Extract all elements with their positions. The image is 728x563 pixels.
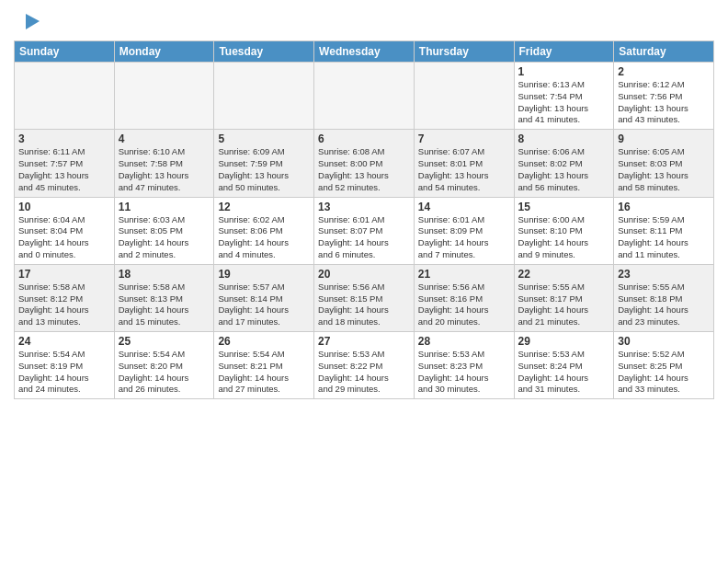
day-number: 11	[119, 201, 210, 213]
calendar-cell: 13Sunrise: 6:01 AM Sunset: 8:07 PM Dayli…	[314, 197, 415, 264]
calendar-cell: 29Sunrise: 5:53 AM Sunset: 8:24 PM Dayli…	[514, 332, 614, 399]
calendar-header-sunday: Sunday	[15, 41, 115, 63]
calendar-cell: 28Sunrise: 5:53 AM Sunset: 8:23 PM Dayli…	[414, 332, 514, 399]
calendar-header-thursday: Thursday	[414, 41, 514, 63]
calendar-cell: 16Sunrise: 5:59 AM Sunset: 8:11 PM Dayli…	[614, 197, 714, 264]
day-info: Sunrise: 6:01 AM Sunset: 8:07 PM Dayligh…	[318, 214, 410, 261]
logo-text	[14, 9, 44, 37]
page-container: SundayMondayTuesdayWednesdayThursdayFrid…	[0, 0, 728, 408]
calendar-cell: 7Sunrise: 6:07 AM Sunset: 8:01 PM Daylig…	[414, 130, 514, 197]
day-number: 21	[418, 268, 510, 281]
day-info: Sunrise: 5:58 AM Sunset: 8:13 PM Dayligh…	[119, 282, 210, 328]
calendar-cell: 20Sunrise: 5:56 AM Sunset: 8:15 PM Dayli…	[314, 264, 415, 331]
day-info: Sunrise: 6:00 AM Sunset: 8:10 PM Dayligh…	[518, 214, 610, 261]
day-info: Sunrise: 5:52 AM Sunset: 8:25 PM Dayligh…	[618, 349, 710, 396]
calendar-cell: 24Sunrise: 5:54 AM Sunset: 8:19 PM Dayli…	[15, 332, 115, 399]
day-number: 9	[618, 132, 710, 145]
calendar-cell	[414, 63, 514, 130]
calendar-week-3: 10Sunrise: 6:04 AM Sunset: 8:04 PM Dayli…	[15, 197, 714, 264]
svg-marker-0	[26, 14, 40, 29]
calendar-week-4: 17Sunrise: 5:58 AM Sunset: 8:12 PM Dayli…	[15, 264, 714, 331]
calendar-cell: 15Sunrise: 6:00 AM Sunset: 8:10 PM Dayli…	[514, 197, 614, 264]
calendar-cell	[314, 63, 415, 130]
calendar-cell: 25Sunrise: 5:54 AM Sunset: 8:20 PM Dayli…	[114, 332, 214, 399]
calendar-cell: 10Sunrise: 6:04 AM Sunset: 8:04 PM Dayli…	[15, 197, 115, 264]
logo	[14, 9, 44, 37]
day-info: Sunrise: 5:54 AM Sunset: 8:20 PM Dayligh…	[119, 349, 210, 396]
day-info: Sunrise: 6:03 AM Sunset: 8:05 PM Dayligh…	[119, 214, 210, 261]
calendar-cell: 8Sunrise: 6:06 AM Sunset: 8:02 PM Daylig…	[514, 130, 614, 197]
calendar-header-saturday: Saturday	[614, 41, 714, 63]
calendar-cell: 9Sunrise: 6:05 AM Sunset: 8:03 PM Daylig…	[614, 130, 714, 197]
calendar-week-2: 3Sunrise: 6:11 AM Sunset: 7:57 PM Daylig…	[15, 130, 714, 197]
day-number: 26	[218, 335, 310, 348]
logo-icon	[17, 9, 44, 37]
calendar-cell: 11Sunrise: 6:03 AM Sunset: 8:05 PM Dayli…	[114, 197, 214, 264]
day-number: 17	[18, 268, 110, 281]
calendar-cell: 3Sunrise: 6:11 AM Sunset: 7:57 PM Daylig…	[15, 130, 115, 197]
day-number: 25	[119, 335, 210, 348]
calendar-week-5: 24Sunrise: 5:54 AM Sunset: 8:19 PM Dayli…	[15, 332, 714, 399]
day-info: Sunrise: 6:05 AM Sunset: 8:03 PM Dayligh…	[618, 146, 710, 193]
day-info: Sunrise: 5:53 AM Sunset: 8:23 PM Dayligh…	[418, 349, 510, 396]
calendar-cell: 21Sunrise: 5:56 AM Sunset: 8:16 PM Dayli…	[414, 264, 514, 331]
day-info: Sunrise: 6:08 AM Sunset: 8:00 PM Dayligh…	[318, 146, 410, 193]
day-number: 15	[518, 201, 610, 213]
day-number: 10	[18, 201, 110, 213]
calendar-week-1: 1Sunrise: 6:13 AM Sunset: 7:54 PM Daylig…	[15, 63, 714, 130]
day-info: Sunrise: 5:54 AM Sunset: 8:21 PM Dayligh…	[218, 349, 310, 396]
day-number: 4	[119, 132, 210, 145]
calendar-header-wednesday: Wednesday	[314, 41, 415, 63]
calendar-header-friday: Friday	[514, 41, 614, 63]
day-info: Sunrise: 5:53 AM Sunset: 8:22 PM Dayligh…	[318, 349, 410, 396]
calendar-cell	[114, 63, 214, 130]
calendar-header-monday: Monday	[114, 41, 214, 63]
day-info: Sunrise: 6:11 AM Sunset: 7:57 PM Dayligh…	[18, 146, 110, 193]
calendar-cell: 22Sunrise: 5:55 AM Sunset: 8:17 PM Dayli…	[514, 264, 614, 331]
calendar-cell: 6Sunrise: 6:08 AM Sunset: 8:00 PM Daylig…	[314, 130, 415, 197]
calendar-cell: 18Sunrise: 5:58 AM Sunset: 8:13 PM Dayli…	[114, 264, 214, 331]
day-number: 12	[218, 201, 310, 213]
calendar-cell: 5Sunrise: 6:09 AM Sunset: 7:59 PM Daylig…	[214, 130, 314, 197]
calendar-cell: 4Sunrise: 6:10 AM Sunset: 7:58 PM Daylig…	[114, 130, 214, 197]
day-number: 24	[18, 335, 110, 348]
day-info: Sunrise: 5:58 AM Sunset: 8:12 PM Dayligh…	[18, 282, 110, 328]
header	[14, 9, 714, 37]
calendar-cell: 27Sunrise: 5:53 AM Sunset: 8:22 PM Dayli…	[314, 332, 415, 399]
day-number: 13	[318, 201, 410, 213]
calendar-cell: 30Sunrise: 5:52 AM Sunset: 8:25 PM Dayli…	[614, 332, 714, 399]
day-number: 7	[418, 132, 510, 145]
day-number: 8	[518, 132, 610, 145]
day-info: Sunrise: 6:07 AM Sunset: 8:01 PM Dayligh…	[418, 146, 510, 193]
day-number: 22	[518, 268, 610, 281]
day-info: Sunrise: 6:04 AM Sunset: 8:04 PM Dayligh…	[18, 214, 110, 261]
day-info: Sunrise: 5:56 AM Sunset: 8:16 PM Dayligh…	[418, 282, 510, 328]
day-number: 18	[119, 268, 210, 281]
calendar-header-row: SundayMondayTuesdayWednesdayThursdayFrid…	[15, 41, 714, 63]
calendar-cell: 1Sunrise: 6:13 AM Sunset: 7:54 PM Daylig…	[514, 63, 614, 130]
day-info: Sunrise: 5:59 AM Sunset: 8:11 PM Dayligh…	[618, 214, 710, 261]
day-number: 2	[618, 65, 710, 78]
day-number: 5	[218, 132, 310, 145]
calendar-cell: 26Sunrise: 5:54 AM Sunset: 8:21 PM Dayli…	[214, 332, 314, 399]
day-number: 6	[318, 132, 410, 145]
calendar-cell: 17Sunrise: 5:58 AM Sunset: 8:12 PM Dayli…	[15, 264, 115, 331]
calendar-cell: 23Sunrise: 5:55 AM Sunset: 8:18 PM Dayli…	[614, 264, 714, 331]
calendar-cell	[214, 63, 314, 130]
day-number: 27	[318, 335, 410, 348]
calendar-cell: 2Sunrise: 6:12 AM Sunset: 7:56 PM Daylig…	[614, 63, 714, 130]
calendar-cell: 12Sunrise: 6:02 AM Sunset: 8:06 PM Dayli…	[214, 197, 314, 264]
day-number: 1	[518, 65, 610, 78]
day-info: Sunrise: 5:55 AM Sunset: 8:17 PM Dayligh…	[518, 282, 610, 328]
day-number: 3	[18, 132, 110, 145]
calendar-header-tuesday: Tuesday	[214, 41, 314, 63]
day-number: 14	[418, 201, 510, 213]
day-info: Sunrise: 6:09 AM Sunset: 7:59 PM Dayligh…	[218, 146, 310, 193]
day-info: Sunrise: 5:56 AM Sunset: 8:15 PM Dayligh…	[318, 282, 410, 328]
day-number: 20	[318, 268, 410, 281]
day-number: 23	[618, 268, 710, 281]
calendar-cell: 14Sunrise: 6:01 AM Sunset: 8:09 PM Dayli…	[414, 197, 514, 264]
calendar-table: SundayMondayTuesdayWednesdayThursdayFrid…	[14, 40, 714, 399]
day-info: Sunrise: 6:13 AM Sunset: 7:54 PM Dayligh…	[518, 79, 610, 126]
day-info: Sunrise: 5:57 AM Sunset: 8:14 PM Dayligh…	[218, 282, 310, 328]
